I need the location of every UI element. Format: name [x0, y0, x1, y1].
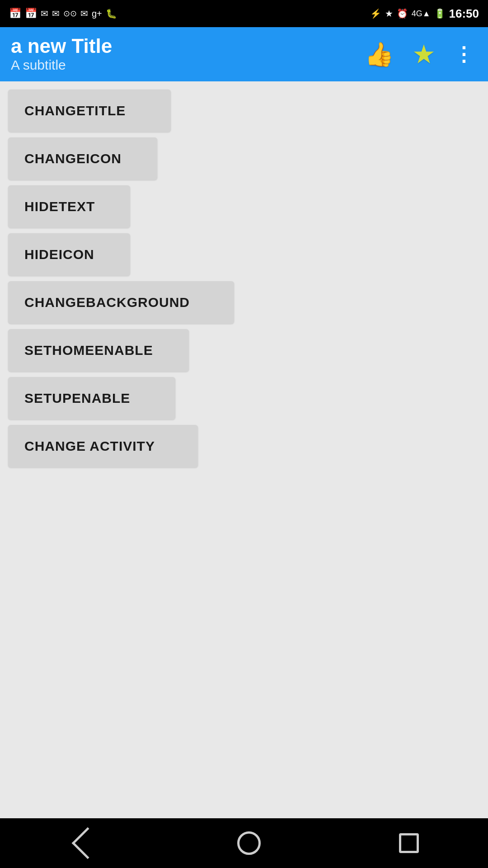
- status-bar-left: 📅 📅 ✉ ✉ ⊙⊙ ✉ g+ 🐛: [9, 9, 117, 19]
- app-title: a new Title: [11, 35, 112, 57]
- app-bar-actions: 👍 ★ ⋮: [361, 35, 477, 73]
- star-status-icon: ★: [385, 9, 393, 18]
- main-content: CHANGETITLE CHANGEICON HIDETEXT HIDEICON…: [0, 81, 488, 818]
- more-options-button[interactable]: ⋮: [450, 46, 477, 63]
- hidetext-button[interactable]: HIDETEXT: [8, 185, 130, 228]
- changeactivity-button[interactable]: CHANGE ACTIVITY: [8, 425, 198, 467]
- status-time: 16:50: [449, 7, 479, 21]
- back-button[interactable]: [62, 825, 106, 862]
- app-subtitle: A subtitle: [11, 57, 112, 73]
- battery-icon: 🔋: [434, 9, 446, 18]
- gmail-icon-2: ✉: [52, 9, 60, 18]
- app-bar-title-group: a new Title A subtitle: [11, 35, 112, 73]
- star-icon: ★: [412, 39, 436, 70]
- home-button[interactable]: [230, 824, 268, 862]
- thumbs-up-icon: 👍: [365, 41, 394, 68]
- alarm-icon: ⏰: [397, 9, 408, 18]
- setupenable-button[interactable]: SETUPENABLE: [8, 377, 175, 420]
- status-bar: 📅 📅 ✉ ✉ ⊙⊙ ✉ g+ 🐛 ⚡ ★ ⏰ 4G▲ 🔋 16:50: [0, 0, 488, 27]
- recents-button[interactable]: [392, 826, 426, 860]
- gmail-icon-1: ✉: [41, 9, 48, 18]
- status-bar-right: ⚡ ★ ⏰ 4G▲ 🔋 16:50: [370, 7, 479, 21]
- changeicon-button[interactable]: CHANGEICON: [8, 137, 157, 180]
- hideicon-button[interactable]: HIDEICON: [8, 233, 130, 276]
- calendar-icon-1: 📅: [9, 9, 21, 19]
- thumbs-up-button[interactable]: 👍: [361, 37, 398, 72]
- star-button[interactable]: ★: [408, 35, 439, 73]
- changebackground-button[interactable]: CHANGEBACKGROUND: [8, 281, 234, 324]
- more-vertical-icon: ⋮: [454, 49, 474, 59]
- sethomeenable-button[interactable]: SETHOMEENABLE: [8, 329, 189, 372]
- voicemail-icon: ⊙⊙: [63, 9, 77, 18]
- bluetooth-icon: ⚡: [370, 9, 381, 18]
- app-bar: a new Title A subtitle 👍 ★ ⋮: [0, 27, 488, 81]
- recents-icon: [399, 833, 419, 853]
- nav-bar: [0, 818, 488, 868]
- calendar-icon-2: 📅: [25, 9, 37, 19]
- gmail-icon-3: ✉: [80, 9, 88, 18]
- signal-icon: 4G▲: [412, 9, 431, 18]
- bug-icon: 🐛: [106, 9, 117, 18]
- content-spacer: [8, 473, 480, 818]
- changetitle-button[interactable]: CHANGETITLE: [8, 90, 171, 132]
- googleplus-icon: g+: [92, 9, 102, 18]
- back-icon: [72, 827, 104, 859]
- home-icon: [237, 831, 261, 855]
